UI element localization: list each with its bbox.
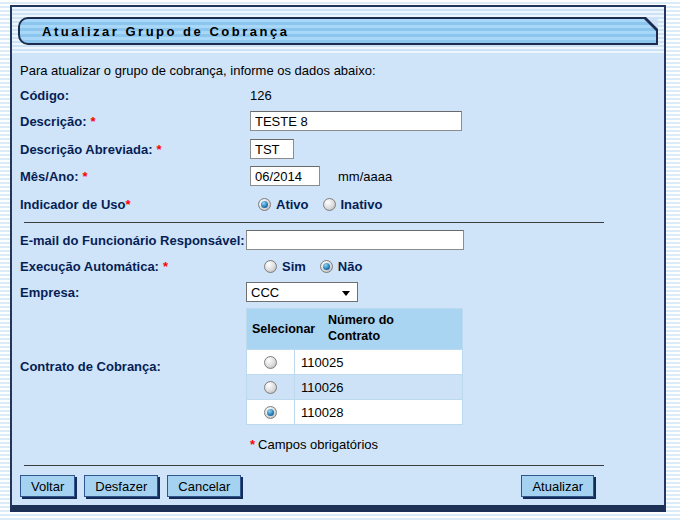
row-descricao: Descrição:*: [20, 111, 656, 131]
email-input[interactable]: [246, 230, 464, 250]
row-email: E-mail do Funcionário Responsável:: [20, 230, 656, 250]
titlebar: Atualizar Grupo de Cobrança: [18, 17, 658, 45]
form-area: Para atualizar o grupo de cobrança, info…: [12, 63, 664, 466]
col-header-numero-contrato: Número do Contrato: [324, 311, 427, 346]
contratos-table: Selecionar Número do Contrato 110025 110…: [246, 308, 463, 425]
atualizar-button[interactable]: Atualizar: [521, 475, 594, 497]
row-indicador-uso: Indicador de Uso* Ativo Inativo: [20, 195, 656, 213]
required-asterisk: *: [156, 142, 161, 157]
col-header-selecionar: Selecionar: [247, 320, 324, 338]
required-fields-note: *Campos obrigatórios: [250, 437, 656, 452]
mes-ano-input[interactable]: [250, 166, 320, 186]
descricao-label: Descrição:*: [20, 114, 250, 129]
radio-nao-label: Não: [338, 259, 363, 274]
contrato-label: Contrato de Cobrança:: [20, 359, 250, 374]
indicador-uso-label: Indicador de Uso*: [20, 197, 250, 212]
contract-number: 110028: [295, 400, 462, 424]
radio-sim[interactable]: [264, 260, 277, 273]
execucao-automatica-radio-group: Sim Não: [264, 259, 376, 274]
table-row: 110025: [247, 349, 462, 374]
empresa-label: Empresa:: [20, 285, 250, 300]
radio-nao[interactable]: [320, 260, 333, 273]
section-divider: [24, 465, 604, 466]
row-empresa: Empresa: CCC: [20, 282, 656, 302]
row-codigo: Código: 126: [20, 86, 656, 104]
row-mes-ano: Mês/Ano:* mm/aaaa: [20, 166, 656, 186]
intro-text: Para atualizar o grupo de cobrança, info…: [20, 63, 656, 78]
contratos-table-header: Selecionar Número do Contrato: [247, 309, 462, 349]
execucao-automatica-label: Execução Automática:*: [20, 259, 250, 274]
descricao-abreviada-input[interactable]: [250, 139, 294, 159]
radio-inativo[interactable]: [323, 198, 336, 211]
radio-contrato-110025[interactable]: [264, 356, 277, 369]
radio-ativo-label: Ativo: [276, 197, 309, 212]
action-bar: Voltar Desfazer Cancelar Atualizar: [20, 475, 656, 497]
header-zone: Atualizar Grupo de Cobrança: [12, 7, 664, 53]
codigo-label: Código:: [20, 88, 250, 103]
contract-number: 110025: [295, 350, 462, 374]
codigo-value: 126: [250, 88, 272, 103]
row-contrato: Contrato de Cobrança: Selecionar Número …: [20, 308, 656, 425]
table-row: 110026: [247, 374, 462, 399]
required-asterisk: *: [163, 259, 168, 274]
mes-ano-label: Mês/Ano:*: [20, 169, 250, 184]
required-asterisk: *: [90, 114, 95, 129]
section-divider: [24, 222, 604, 223]
radio-contrato-110028[interactable]: [264, 406, 277, 419]
empresa-selected-value: CCC: [251, 285, 279, 300]
required-asterisk: *: [250, 437, 255, 452]
table-row: 110028: [247, 399, 462, 424]
required-asterisk: *: [125, 197, 130, 212]
main-panel: Atualizar Grupo de Cobrança Para atualiz…: [10, 5, 666, 512]
mes-ano-format-hint: mm/aaaa: [338, 169, 392, 184]
radio-contrato-110026[interactable]: [264, 381, 277, 394]
voltar-button[interactable]: Voltar: [20, 475, 75, 497]
empresa-select[interactable]: CCC: [246, 282, 358, 302]
row-execucao-automatica: Execução Automática:* Sim Não: [20, 257, 656, 275]
radio-ativo[interactable]: [258, 198, 271, 211]
radio-sim-label: Sim: [282, 259, 306, 274]
contract-number: 110026: [295, 375, 462, 399]
radio-inativo-label: Inativo: [341, 197, 383, 212]
row-descricao-abreviada: Descrição Abreviada:*: [20, 139, 656, 159]
cancelar-button[interactable]: Cancelar: [167, 475, 241, 497]
desfazer-button[interactable]: Desfazer: [84, 475, 158, 497]
descricao-abreviada-label: Descrição Abreviada:*: [20, 142, 250, 157]
page-title: Atualizar Grupo de Cobrança: [20, 24, 289, 39]
indicador-uso-radio-group: Ativo Inativo: [258, 197, 396, 212]
email-label: E-mail do Funcionário Responsável:: [20, 233, 250, 248]
descricao-input[interactable]: [250, 111, 462, 131]
dropdown-arrow-icon: [342, 291, 350, 296]
required-asterisk: *: [83, 169, 88, 184]
